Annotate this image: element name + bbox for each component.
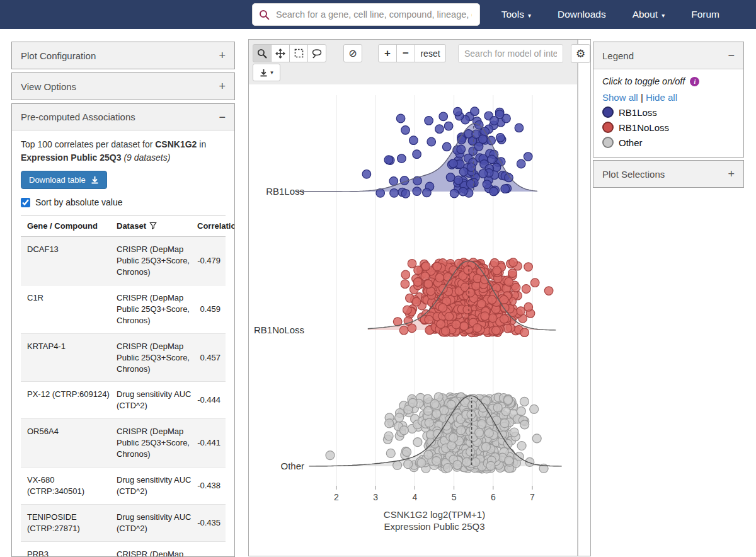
table-row[interactable]: OR56A4 CRISPR (DepMap Public 25Q3+Score,… [21,419,226,468]
x-axis-title-line2: Expression Public 25Q3 [384,521,484,532]
reset-view-button[interactable]: reset [415,44,446,62]
sort-absolute-checkbox[interactable] [21,198,30,207]
zoom-in-button[interactable]: + [378,44,397,62]
plus-icon: + [384,47,391,60]
minus-icon: − [403,47,409,60]
section-title: Pre-computed Associations [21,112,135,122]
nav-item-tools[interactable]: Tools ▾ [501,9,531,20]
column-header-label: Correlation [197,221,234,231]
dataset-label: CRISPR (DepMap Public 25Q3+Score, Chrono… [117,292,197,326]
svg-text:3: 3 [373,492,378,502]
filter-icon[interactable] [149,222,157,229]
table-row[interactable]: PRB3 CRISPR (DepMap Public 25Q3+Score, C… [21,542,226,556]
right-sidebar: Legend − Click to toggle on/off i Show a… [593,42,744,188]
table-row[interactable]: PX-12 (CTRP:609124) Drug sensitivity AUC… [21,382,226,419]
model-search-input[interactable] [458,44,563,63]
points-other[interactable] [326,393,548,473]
legend-item-rb1loss[interactable]: RB1Loss [602,106,735,118]
plot-settings-button[interactable]: ⚙ [571,44,590,63]
download-icon [91,176,99,184]
x-axis: 234567CSNK1G2 log2(TPM+1)Expression Publ… [334,486,535,532]
violin-group-rb1loss[interactable]: RB1Loss [266,107,539,198]
info-icon[interactable]: i [690,77,699,86]
column-header-dataset[interactable]: Dataset [117,221,197,231]
legend-header[interactable]: Legend − [593,42,743,69]
nav-item-label: About [633,9,658,20]
global-search[interactable] [252,3,480,26]
left-sidebar: Plot Configuration + View Options + Pre-… [11,42,235,557]
legend-item-other[interactable]: Other [602,137,735,148]
column-header-gene[interactable]: Gene / Compound [27,221,117,231]
table-row[interactable]: C1R CRISPR (DepMap Public 25Q3+Score, Ch… [21,285,226,334]
expand-icon: + [219,50,226,61]
download-table-button[interactable]: Download table [21,171,107,189]
nav-links: Tools ▾ Downloads About ▾ Forum [501,0,719,29]
lasso-select-button[interactable] [307,44,326,62]
correlation-value: 0.457 [197,352,226,364]
column-header-correlation[interactable]: Correlation▼ [197,221,234,231]
correlation-value: -0.438 [197,480,226,491]
dataset-label: CRISPR (DepMap Public 25Q3+Score, Chrono… [117,244,197,278]
gene-label: KRTAP4-1 [27,341,117,352]
associations-summary: Top 100 correlates per dataset for CSNK1… [21,138,226,164]
top-navbar: Tools ▾ Downloads About ▾ Forum [0,0,756,29]
violin-group-rb1noloss[interactable]: RB1NoLoss [254,258,556,337]
nav-item-forum[interactable]: Forum [691,9,719,20]
table-row[interactable]: VX-680 (CTRP:340501) Drug sensitivity AU… [21,468,226,505]
sort-absolute-label: Sort by absolute value [35,197,123,207]
precomputed-associations-header[interactable]: Pre-computed Associations − [12,104,234,130]
gene-label: TENIPOSIDE (CTRP:27871) [27,512,117,534]
box-select-icon [294,49,304,58]
svg-text:2: 2 [334,492,339,502]
legend-hint-text: Click to toggle on/off [602,76,685,86]
table-row[interactable]: DCAF13 CRISPR (DepMap Public 25Q3+Score,… [21,237,226,285]
plot-selections-header[interactable]: Plot Selections + [593,161,743,187]
download-table-label: Download table [29,175,86,185]
collapse-icon: − [219,112,226,123]
mode-button-group [253,44,326,62]
gene-label: C1R [27,292,117,304]
nav-item-about[interactable]: About ▾ [633,9,665,20]
legend-swatch-icon [602,106,614,118]
view-options-header[interactable]: View Options + [12,73,234,100]
table-row[interactable]: KRTAP4-1 CRISPR (DepMap Public 25Q3+Scor… [21,334,226,382]
pan-mode-button[interactable] [271,44,290,62]
nav-item-downloads[interactable]: Downloads [558,9,606,20]
dataset-name: Expression Public 25Q3 [21,152,122,163]
section-title: Legend [602,50,634,61]
gene-label: OR56A4 [27,426,117,437]
correlation-value: -0.441 [197,437,226,449]
plot-download-button[interactable]: ▾ [253,64,280,81]
zoom-out-button[interactable]: − [396,44,415,62]
category-label: RB1Loss [266,186,304,197]
plot-configuration-header[interactable]: Plot Configuration + [12,42,234,69]
legend-item-rb1noloss[interactable]: RB1NoLoss [602,122,735,133]
box-select-button[interactable] [289,44,308,62]
magnifier-icon [257,49,267,59]
legend-swatch-icon [602,137,614,148]
section-title: View Options [21,81,76,92]
zoom-mode-button[interactable] [253,44,272,62]
gene-label: PRB3 [27,549,117,556]
legend-body: Click to toggle on/off i Show all | Hide… [593,69,743,157]
hide-all-link[interactable]: Hide all [646,92,677,103]
correlation-value: -0.444 [197,394,226,406]
chevron-down-icon: ▾ [528,12,531,19]
show-all-link[interactable]: Show all [602,92,638,103]
depmap-data-explorer-page: Tools ▾ Downloads About ▾ Forum Plot Con… [0,0,756,557]
x-axis-title-line1: CSNK1G2 log2(TPM+1) [384,509,485,520]
clear-selection-button[interactable]: ⊘ [343,44,362,62]
correlation-value: 0.459 [197,304,226,315]
legend-item-label: RB1Loss [619,107,657,118]
expression-violin-plot[interactable]: RB1LossRB1NoLossOther234567CSNK1G2 log2(… [249,84,590,556]
dataset-label: Drug sensitivity AUC (CTD^2) [117,512,197,534]
view-options-section: View Options + [11,72,235,100]
precomputed-associations-section: Pre-computed Associations − Top 100 corr… [11,103,235,557]
global-search-input[interactable] [275,9,473,20]
summary-text: Top 100 correlates per dataset for [21,139,155,149]
table-row[interactable]: TENIPOSIDE (CTRP:27871) Drug sensitivity… [21,505,226,542]
violin-group-other[interactable]: Other [280,393,561,473]
svg-text:6: 6 [491,492,496,502]
collapse-icon: − [728,50,735,61]
gene-label: VX-680 (CTRP:340501) [27,474,117,497]
